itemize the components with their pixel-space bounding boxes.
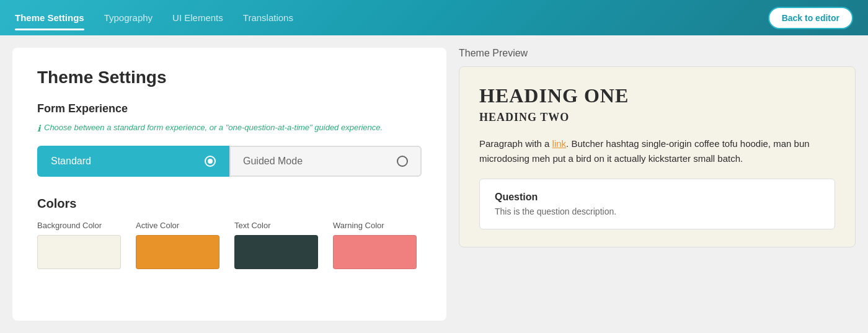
page-title: Theme Settings <box>37 68 422 87</box>
color-swatches-container: Background Color Active Color Text Color… <box>37 221 422 269</box>
background-color-swatch[interactable] <box>37 235 121 269</box>
warning-color-group: Warning Color <box>333 221 417 269</box>
header-nav: Theme Settings Typography UI Elements Tr… <box>15 10 293 25</box>
preview-paragraph: Paragraph with a link. Butcher hashtag s… <box>479 136 835 166</box>
form-experience-section: Form Experience ℹ Choose between a stand… <box>37 102 422 177</box>
nav-translations[interactable]: Translations <box>243 10 293 25</box>
active-color-group: Active Color <box>136 221 219 269</box>
preview-heading-two: HEADING TWO <box>479 111 835 124</box>
warning-color-swatch[interactable] <box>333 235 417 269</box>
guided-mode-label: Guided Mode <box>243 156 303 167</box>
paragraph-before-link: Paragraph with a <box>479 138 552 149</box>
main-content: Theme Settings Form Experience ℹ Choose … <box>0 35 868 333</box>
form-experience-title: Form Experience <box>37 102 422 115</box>
text-color-group: Text Color <box>234 221 318 269</box>
standard-mode-label: Standard <box>51 156 91 167</box>
preview-heading-one: HEADING ONE <box>479 84 835 107</box>
standard-mode-option[interactable]: Standard <box>37 146 229 177</box>
mode-selector: Standard Guided Mode <box>37 146 422 177</box>
background-color-label: Background Color <box>37 221 121 230</box>
back-to-editor-button[interactable]: Back to editor <box>768 7 853 29</box>
preview-question-title: Question <box>495 192 820 203</box>
preview-title: Theme Preview <box>459 48 856 59</box>
nav-theme-settings[interactable]: Theme Settings <box>15 10 84 25</box>
background-color-group: Background Color <box>37 221 121 269</box>
preview-panel: Theme Preview HEADING ONE HEADING TWO Pa… <box>446 48 856 321</box>
info-message: ℹ Choose between a standard form experie… <box>37 123 422 133</box>
info-text-content: Choose between a standard form experienc… <box>44 123 383 132</box>
preview-question-box: Question This is the question descriptio… <box>479 179 835 229</box>
text-color-label: Text Color <box>234 221 318 230</box>
guided-mode-option[interactable]: Guided Mode <box>229 146 422 177</box>
standard-radio-indicator <box>205 156 216 167</box>
colors-title: Colors <box>37 197 422 211</box>
settings-panel: Theme Settings Form Experience ℹ Choose … <box>12 48 446 321</box>
warning-color-label: Warning Color <box>333 221 417 230</box>
preview-link[interactable]: link <box>552 138 567 149</box>
active-color-label: Active Color <box>136 221 219 230</box>
header: Theme Settings Typography UI Elements Tr… <box>0 0 868 35</box>
preview-question-description: This is the question description. <box>495 206 820 216</box>
guided-radio-indicator <box>397 156 408 167</box>
nav-ui-elements[interactable]: UI Elements <box>172 10 223 25</box>
text-color-swatch[interactable] <box>234 235 318 269</box>
colors-section: Colors Background Color Active Color Tex… <box>37 197 422 269</box>
info-icon: ℹ <box>37 123 40 133</box>
active-color-swatch[interactable] <box>136 235 219 269</box>
preview-box: HEADING ONE HEADING TWO Paragraph with a… <box>459 66 856 247</box>
nav-typography[interactable]: Typography <box>104 10 153 25</box>
